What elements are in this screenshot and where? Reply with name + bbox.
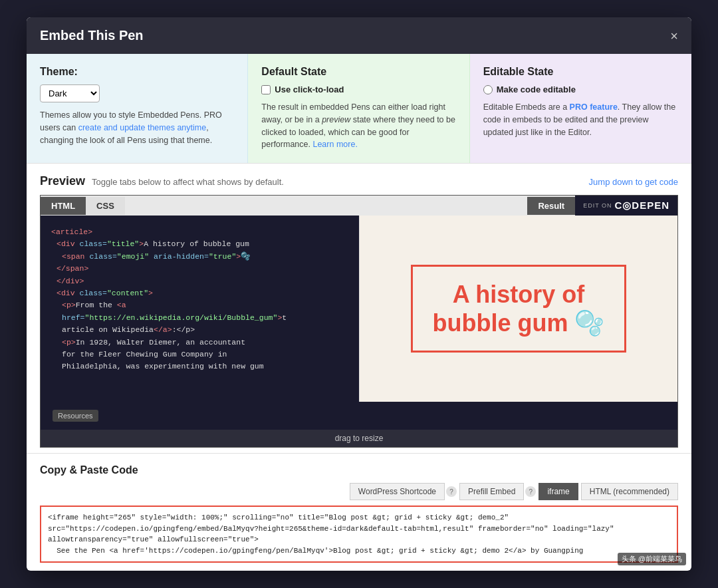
default-state-heading: Default State: [261, 66, 455, 78]
tab-prefill-embed[interactable]: Prefill Embed: [459, 483, 524, 500]
click-to-load-label[interactable]: Use click-to-load: [261, 84, 455, 94]
preview-tabs-row: HTML CSS Result EDIT ON C◎DEPEN: [41, 196, 677, 216]
wordpress-question-icon[interactable]: ?: [446, 486, 457, 497]
close-button[interactable]: ×: [670, 29, 678, 43]
tab-result[interactable]: Result: [527, 197, 575, 215]
click-to-load-checkbox[interactable]: [261, 85, 271, 94]
preview-subtitle: Toggle tabs below to affect what shows b…: [92, 177, 284, 187]
tab-iframe[interactable]: iframe: [538, 483, 578, 500]
tab-html-recommended[interactable]: HTML (recommended): [581, 483, 678, 500]
preview-container: HTML CSS Result EDIT ON C◎DEPEN <article…: [40, 195, 678, 448]
result-panel: A history ofbubble gum 🫧: [359, 216, 677, 402]
theme-panel: Theme: Dark Light Default Themes allow y…: [27, 54, 248, 163]
resources-bar: Resources: [41, 402, 677, 430]
resources-button[interactable]: Resources: [53, 410, 98, 422]
preview-section: Preview Toggle tabs below to affect what…: [27, 164, 691, 454]
default-state-description: The result in embedded Pens can either l…: [261, 101, 455, 151]
preview-title-row: Preview Toggle tabs below to affect what…: [40, 174, 284, 188]
copy-paste-section: Copy & Paste Code WordPress Shortcode ? …: [27, 454, 691, 571]
tab-wordpress-shortcode[interactable]: WordPress Shortcode: [350, 483, 445, 500]
code-panel: <article> <div class="title">A history o…: [41, 216, 359, 402]
theme-heading: Theme:: [40, 66, 234, 78]
editable-state-panel: Editable State Make code editable Editab…: [470, 54, 691, 163]
tab-html[interactable]: HTML: [41, 197, 86, 215]
top-panels: Theme: Dark Light Default Themes allow y…: [27, 54, 691, 164]
theme-select[interactable]: Dark Light Default: [40, 84, 100, 102]
preview-frame: <article> <div class="title">A history o…: [41, 216, 677, 402]
bubble-gum-title: A history ofbubble gum 🫧: [433, 280, 605, 337]
default-state-panel: Default State Use click-to-load The resu…: [248, 54, 469, 163]
jump-link[interactable]: Jump down to get code: [589, 177, 678, 187]
code-tabs-row: WordPress Shortcode ? Prefill Embed ? if…: [40, 483, 678, 500]
modal-title: Embed This Pen: [40, 28, 144, 43]
create-themes-link[interactable]: create and update themes anytime: [78, 123, 206, 132]
editable-state-description: Editable Embeds are a PRO feature. They …: [483, 101, 678, 138]
watermark: 头条 @前端菜菜鸟: [618, 553, 686, 565]
tab-css[interactable]: CSS: [86, 197, 125, 215]
make-editable-radio[interactable]: [483, 85, 493, 94]
code-output-box[interactable]: <iframe height="265" style="width: 100%;…: [40, 506, 678, 563]
editable-state-heading: Editable State: [483, 66, 678, 78]
preview-title: Preview: [40, 174, 85, 188]
preview-header: Preview Toggle tabs below to affect what…: [40, 174, 678, 188]
make-editable-label[interactable]: Make code editable: [483, 84, 678, 94]
modal-header: Embed This Pen ×: [27, 17, 691, 54]
bubble-gum-preview: A history ofbubble gum 🫧: [411, 265, 627, 353]
prefill-question-icon[interactable]: ?: [525, 486, 536, 497]
embed-modal: Embed This Pen × Theme: Dark Light Defau…: [27, 17, 691, 571]
learn-more-link[interactable]: Learn more.: [312, 140, 357, 149]
pro-feature-link[interactable]: PRO feature: [570, 102, 618, 112]
theme-description: Themes allow you to style Embedded Pens.…: [40, 109, 234, 146]
copy-paste-heading: Copy & Paste Code: [40, 464, 678, 476]
drag-resize-bar[interactable]: drag to resize: [41, 430, 677, 447]
